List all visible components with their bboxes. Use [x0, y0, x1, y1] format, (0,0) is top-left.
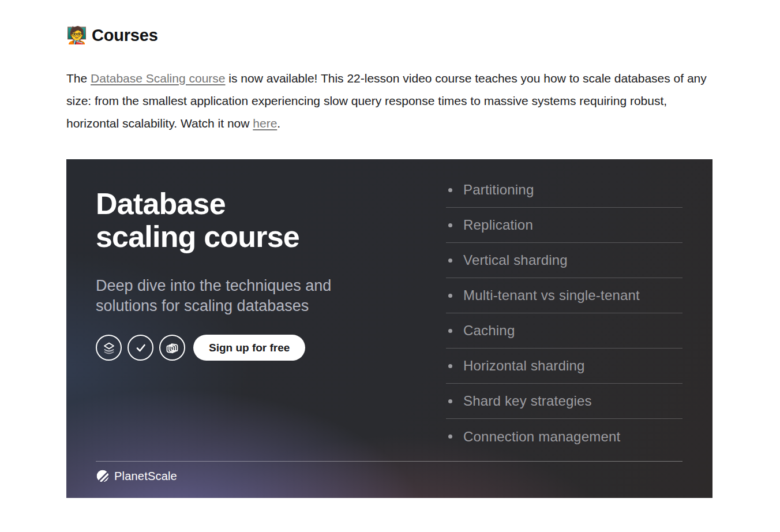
- shards-icon: [159, 335, 185, 361]
- topic-label: Partitioning: [463, 182, 534, 198]
- topics-list: Partitioning Replication Vertical shardi…: [446, 173, 682, 498]
- bullet-icon: [448, 399, 452, 403]
- page-content: 🧑‍🏫 Courses The Database Scaling course …: [66, 0, 712, 498]
- bullet-icon: [448, 294, 452, 298]
- bullet-icon: [448, 188, 452, 192]
- page-title-text: Courses: [92, 26, 158, 45]
- sign-up-button[interactable]: Sign up for free: [193, 335, 305, 361]
- banner-title-line2: scaling course: [96, 220, 446, 253]
- topic-item: Horizontal sharding: [446, 349, 682, 384]
- topic-item: Multi-tenant vs single-tenant: [446, 278, 682, 313]
- brand-logo: PlanetScale: [96, 469, 682, 483]
- topic-item: Replication: [446, 208, 682, 243]
- topic-item: Caching: [446, 313, 682, 349]
- intro-paragraph: The Database Scaling course is now avail…: [66, 67, 707, 134]
- topic-label: Connection management: [463, 429, 620, 445]
- brand-name: PlanetScale: [114, 470, 177, 483]
- cta-row: Sign up for free: [96, 335, 446, 361]
- banner-left-column: Database scaling course Deep dive into t…: [66, 159, 446, 498]
- topic-label: Horizontal sharding: [463, 358, 585, 374]
- banner-title-line1: Database: [96, 188, 446, 220]
- intro-text: The: [66, 72, 91, 85]
- bullet-icon: [448, 364, 452, 368]
- topic-label: Caching: [463, 323, 515, 339]
- page-title: 🧑‍🏫 Courses: [66, 0, 712, 45]
- intro-text: .: [277, 117, 280, 130]
- layers-icon: [96, 335, 122, 361]
- topic-item: Shard key strategies: [446, 384, 682, 419]
- teacher-school-emoji-icon: 🧑‍🏫: [66, 25, 87, 45]
- banner-footer: PlanetScale: [96, 461, 682, 483]
- bullet-icon: [448, 223, 452, 227]
- course-promo-banner: Database scaling course Deep dive into t…: [66, 159, 712, 498]
- topic-item: Vertical sharding: [446, 243, 682, 278]
- topic-label: Vertical sharding: [463, 252, 568, 268]
- planetscale-logo-icon: [96, 469, 110, 483]
- watch-here-link[interactable]: here: [253, 117, 277, 130]
- topic-label: Multi-tenant vs single-tenant: [463, 287, 640, 304]
- banner-subtitle: Deep dive into the techniques and soluti…: [96, 276, 350, 316]
- topic-label: Replication: [463, 217, 533, 233]
- database-scaling-course-link[interactable]: Database Scaling course: [91, 72, 225, 85]
- topic-item: Connection management: [446, 419, 682, 454]
- topic-item: Partitioning: [446, 173, 682, 208]
- check-icon: [127, 335, 153, 361]
- topic-label: Shard key strategies: [463, 393, 592, 409]
- bullet-icon: [448, 329, 452, 333]
- banner-title: Database scaling course: [96, 188, 446, 253]
- bullet-icon: [448, 434, 452, 439]
- bullet-icon: [448, 258, 452, 263]
